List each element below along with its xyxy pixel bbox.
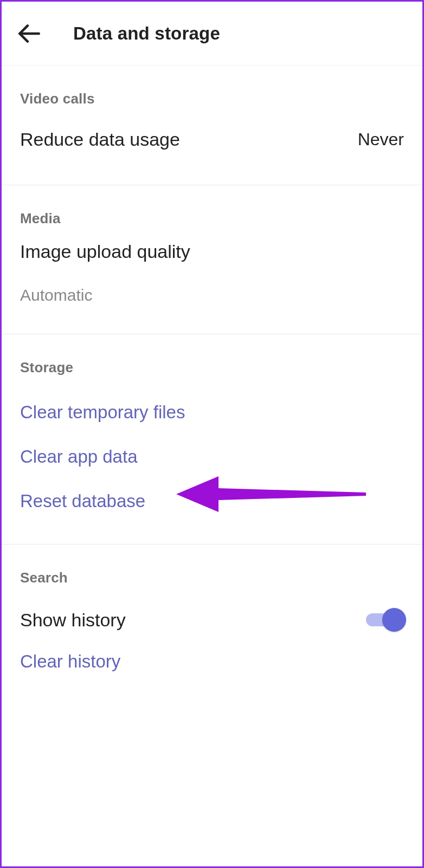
- page-title: Data and storage: [73, 23, 220, 44]
- section-header-media: Media: [20, 210, 404, 227]
- show-history-label: Show history: [20, 610, 126, 631]
- image-upload-quality-sub: Automatic: [20, 286, 404, 305]
- toggle-thumb: [382, 608, 406, 632]
- section-storage: Storage Clear temporary files Clear app …: [2, 334, 422, 545]
- section-header-search: Search: [20, 569, 404, 586]
- clear-app-data-link[interactable]: Clear app data: [20, 435, 404, 479]
- section-media: Media Image upload quality Automatic: [2, 185, 422, 334]
- clear-temporary-files-link[interactable]: Clear temporary files: [20, 390, 404, 435]
- reduce-data-usage-value: Never: [358, 129, 404, 150]
- section-video-calls: Video calls Reduce data usage Never: [2, 66, 422, 185]
- row-reduce-data-usage[interactable]: Reduce data usage Never: [20, 121, 404, 158]
- image-upload-quality-label: Image upload quality: [20, 241, 404, 262]
- row-show-history[interactable]: Show history: [20, 600, 404, 639]
- section-header-video-calls: Video calls: [20, 90, 404, 107]
- section-search: Search Show history Clear history: [2, 545, 422, 705]
- arrow-left-icon: [15, 20, 42, 47]
- reset-database-link[interactable]: Reset database: [20, 479, 404, 523]
- back-button[interactable]: [12, 17, 45, 50]
- clear-history-link[interactable]: Clear history: [20, 639, 404, 684]
- settings-screen: Data and storage Video calls Reduce data…: [0, 0, 424, 868]
- reduce-data-usage-label: Reduce data usage: [20, 129, 180, 150]
- section-header-storage: Storage: [20, 359, 404, 376]
- row-image-upload-quality[interactable]: Image upload quality Automatic: [20, 241, 404, 305]
- show-history-toggle[interactable]: [366, 608, 404, 632]
- app-bar: Data and storage: [2, 2, 422, 66]
